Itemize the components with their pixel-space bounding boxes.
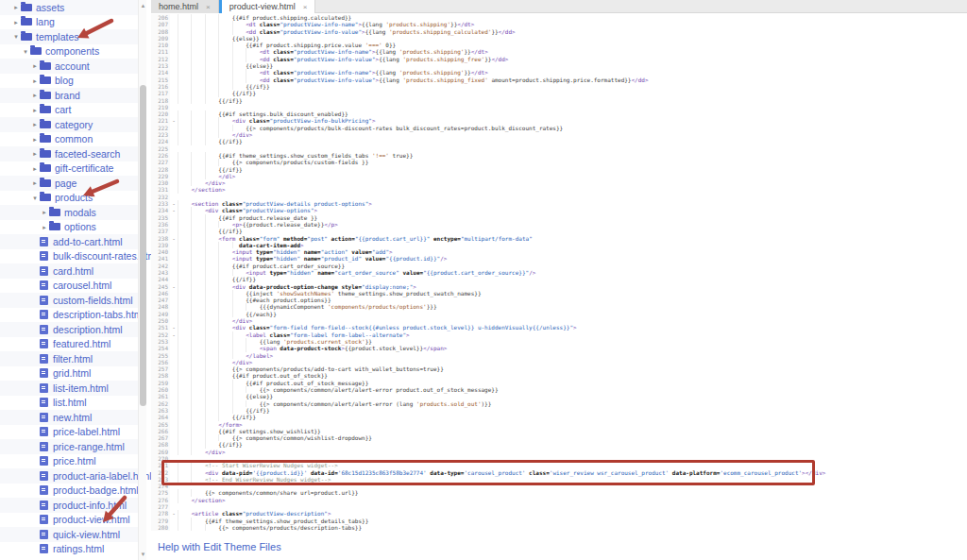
fold-marker-icon[interactable]: - xyxy=(170,235,178,242)
tree-folder-blog[interactable]: ▸blog xyxy=(0,74,138,89)
tree-file-product-info.html[interactable]: product-info.html xyxy=(0,498,138,513)
caret-down-icon[interactable]: ▾ xyxy=(30,191,40,205)
tree-file-grid.html[interactable]: grid.html xyxy=(0,366,138,382)
line-number: 222 xyxy=(151,125,170,131)
fold-marker-icon[interactable]: - xyxy=(170,324,178,331)
code-line: 234-<div class="productView-options"> xyxy=(151,207,967,213)
caret-right-icon[interactable]: ▸ xyxy=(30,176,40,190)
tree-file-custom-fields.html[interactable]: custom-fields.html xyxy=(0,293,138,308)
caret-right-icon[interactable]: ▸ xyxy=(40,205,49,219)
tree-folder-products[interactable]: ▾products xyxy=(0,191,138,206)
tree-file-new.html[interactable]: new.html xyxy=(0,410,138,425)
tree-folder-options[interactable]: ▸options xyxy=(0,220,138,235)
code-line: 279{{#if theme_settings.show_product_det… xyxy=(151,518,967,524)
tree-folder-modals[interactable]: ▸modals xyxy=(0,205,138,220)
tree-folder-category[interactable]: ▸category xyxy=(0,117,138,132)
caret-right-icon[interactable]: ▸ xyxy=(30,161,40,176)
caret-right-icon[interactable]: ▸ xyxy=(30,146,40,161)
tree-file-list-item.html[interactable]: list-item.html xyxy=(0,381,138,396)
folder-icon xyxy=(40,62,51,70)
line-number: 245 xyxy=(151,283,170,290)
tree-folder-brand[interactable]: ▸brand xyxy=(0,88,138,103)
fold-marker-icon[interactable]: - xyxy=(170,200,178,207)
tree-folder-gift-certificate[interactable]: ▸gift-certificate xyxy=(0,161,138,177)
fold-marker-icon[interactable]: - xyxy=(170,117,178,124)
help-link[interactable]: Help with Edit Theme Files xyxy=(158,541,281,552)
folder-icon xyxy=(40,135,51,143)
caret-right-icon[interactable]: ▸ xyxy=(30,132,40,146)
caret-down-icon[interactable]: ▾ xyxy=(11,29,21,43)
tree-file-price.html[interactable]: price.html xyxy=(0,454,138,469)
close-icon[interactable]: × xyxy=(303,3,308,11)
line-number: 240 xyxy=(151,248,170,255)
line-number: 265 xyxy=(151,421,170,428)
tree-file-price-label.html[interactable]: price-label.html xyxy=(0,425,138,440)
tree-item-label: price-range.html xyxy=(53,441,125,452)
tree-file-add-to-cart.html[interactable]: add-to-cart.html xyxy=(0,234,138,249)
tree-item-label: grid.html xyxy=(53,367,91,379)
tree-folder-assets[interactable]: ▸assets xyxy=(0,0,138,15)
tree-folder-components[interactable]: ▾components xyxy=(0,44,138,59)
line-number: 207 xyxy=(151,21,170,27)
scrollbar-thumb[interactable] xyxy=(140,85,146,406)
caret-right-icon[interactable]: ▸ xyxy=(40,220,49,234)
tree-file-description-tabs.html[interactable]: description-tabs.html xyxy=(0,308,138,323)
caret-down-icon[interactable]: ▾ xyxy=(21,44,30,59)
tab-product-view.html[interactable]: product-view.html× xyxy=(219,0,316,13)
caret-right-icon[interactable]: ▸ xyxy=(30,103,40,117)
tree-folder-faceted-search[interactable]: ▸faceted-search xyxy=(0,146,138,161)
tree-file-bulk-discount-rates.html[interactable]: bulk-discount-rates.html xyxy=(0,249,138,264)
fold-marker-icon[interactable]: - xyxy=(170,207,178,213)
code-line: 273<!-- End WiserReview Nudges widget--> xyxy=(151,476,967,483)
code-line: 255</label> xyxy=(151,352,967,359)
tree-file-ratings.html[interactable]: ratings.html xyxy=(0,542,138,557)
close-icon[interactable]: × xyxy=(206,3,211,11)
tree-file-quick-view.html[interactable]: quick-view.html xyxy=(0,527,138,542)
tree-folder-templates[interactable]: ▾templates xyxy=(0,29,138,44)
tab-home.html[interactable]: home.html× xyxy=(151,0,219,13)
code-line: 274 xyxy=(151,483,967,489)
tree-folder-account[interactable]: ▸account xyxy=(0,59,138,74)
caret-right-icon[interactable]: ▸ xyxy=(30,88,40,102)
tab-label: home.html xyxy=(159,2,198,11)
tree-item-label: new.html xyxy=(53,412,92,423)
code-line: 241<input type="hidden" name="product_id… xyxy=(151,255,967,262)
file-tree: ▸assets▸lang▾templates▾components▸accoun… xyxy=(0,0,138,556)
tree-folder-lang[interactable]: ▸lang xyxy=(0,15,138,30)
caret-right-icon[interactable]: ▸ xyxy=(30,74,40,88)
sidebar-scrollbar[interactable]: ▲ ▼ xyxy=(138,0,146,560)
tree-folder-common[interactable]: ▸common xyxy=(0,132,138,147)
fold-marker-icon[interactable]: - xyxy=(170,283,178,290)
file-icon xyxy=(40,413,48,422)
caret-right-icon[interactable]: ▸ xyxy=(30,117,40,131)
code-editor[interactable]: 206{{#if product.shipping.calculated}}20… xyxy=(151,14,967,531)
tree-folder-cart[interactable]: ▸cart xyxy=(0,103,138,118)
tree-file-price-range.html[interactable]: price-range.html xyxy=(0,439,138,454)
code-line: 223</div> xyxy=(151,131,967,138)
line-number: 226 xyxy=(151,152,170,159)
fold-marker-icon[interactable]: - xyxy=(170,331,178,338)
caret-right-icon[interactable]: ▸ xyxy=(30,59,40,73)
tree-file-card.html[interactable]: card.html xyxy=(0,263,138,279)
file-icon xyxy=(40,251,48,261)
tree-file-product-view.html[interactable]: product-view.html xyxy=(0,513,138,528)
code-line: 258{{#if product.out_of_stock}} xyxy=(151,372,967,379)
scroll-down-icon[interactable]: ▼ xyxy=(139,549,147,560)
tree-file-featured.html[interactable]: featured.html xyxy=(0,337,138,352)
editor-pane: home.html×product-view.html× 206{{#if pr… xyxy=(151,0,967,560)
code-line: 238-<form class="form" method="post" act… xyxy=(151,235,967,242)
tree-file-description.html[interactable]: description.html xyxy=(0,322,138,337)
tree-file-product-aria-label.html[interactable]: product-aria-label.html xyxy=(0,468,138,484)
caret-right-icon[interactable]: ▸ xyxy=(11,15,21,29)
fold-marker-icon[interactable]: - xyxy=(170,510,178,517)
code-line: 230</div> xyxy=(151,179,967,186)
tree-file-product-badge.html[interactable]: product-badge.html xyxy=(0,484,138,499)
caret-right-icon[interactable]: ▸ xyxy=(11,0,21,14)
folder-icon xyxy=(40,164,51,172)
code-line: 216{{/if}} xyxy=(151,83,967,90)
scroll-up-icon[interactable]: ▲ xyxy=(139,0,147,11)
tree-file-list.html[interactable]: list.html xyxy=(0,396,138,411)
tree-file-filter.html[interactable]: filter.html xyxy=(0,351,138,366)
tree-folder-page[interactable]: ▸page xyxy=(0,176,138,191)
tree-file-carousel.html[interactable]: carousel.html xyxy=(0,279,138,294)
